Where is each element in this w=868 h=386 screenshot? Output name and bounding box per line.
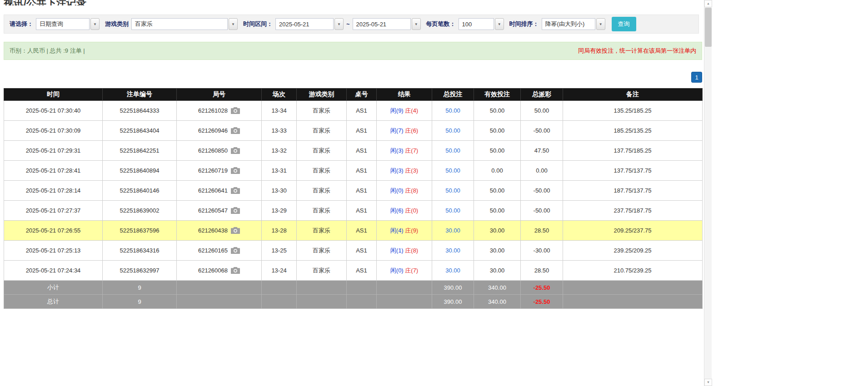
empty-cell [297, 295, 347, 309]
camera-icon[interactable] [231, 207, 240, 214]
pagination: 1 [4, 72, 702, 83]
cell-game-type: 百家乐 [297, 221, 347, 241]
page-size-label: 每页笔数： [426, 20, 456, 28]
cell-note: 209.25/237.75 [563, 221, 703, 241]
chevron-down-icon[interactable]: ▼ [90, 18, 100, 30]
chevron-down-icon[interactable]: ▼ [412, 18, 421, 30]
camera-icon[interactable] [231, 147, 240, 154]
subtotal-label: 小计 [4, 281, 103, 295]
cell-game-type: 百家乐 [297, 141, 347, 161]
camera-icon[interactable] [231, 127, 240, 134]
total-count: 9 [103, 295, 177, 309]
total-bet-link[interactable]: 50.00 [445, 187, 460, 194]
cell-valid-bet: 50.00 [474, 101, 521, 121]
cell-result: 闲(1) 庄(8) [377, 241, 432, 261]
cell-bet-id: 522518634316 [103, 241, 177, 261]
result-banker: 庄(6) [405, 127, 418, 134]
page-title-text: 视讯/公共下注记录 [4, 0, 86, 5]
cell-result: 闲(7) 庄(6) [377, 121, 432, 141]
scrollbar-thumb[interactable] [705, 8, 712, 47]
result-player: 闲(4) [390, 227, 404, 234]
total-bet-link[interactable]: 50.00 [445, 167, 460, 174]
cell-note: 237.75/187.75 [563, 201, 703, 221]
empty-cell [377, 281, 432, 295]
cell-table-no: AS1 [347, 141, 377, 161]
sort-input[interactable] [542, 18, 595, 30]
empty-cell [177, 281, 262, 295]
total-bet-link[interactable]: 30.00 [445, 247, 460, 254]
cell-session: 13-34 [262, 101, 297, 121]
camera-icon[interactable] [231, 247, 240, 254]
header-payout: 总派彩 [521, 89, 563, 101]
query-type-input[interactable] [36, 18, 90, 30]
cell-session: 13-33 [262, 121, 297, 141]
cell-total-bet: 30.00 [432, 241, 474, 261]
camera-icon[interactable] [231, 187, 240, 194]
cell-round: 621260068 [177, 261, 262, 281]
cell-payout: -50.00 [521, 121, 563, 141]
date-to-input[interactable] [353, 18, 411, 30]
subtotal-payout: -25.50 [521, 281, 563, 295]
cell-round: 621260850 [177, 141, 262, 161]
camera-icon[interactable] [231, 267, 240, 274]
scroll-up-icon[interactable]: ▲ [704, 0, 712, 7]
header-note: 备注 [563, 89, 703, 101]
chevron-down-icon[interactable]: ▼ [229, 18, 238, 30]
game-type-input[interactable] [131, 18, 228, 30]
chevron-down-icon[interactable]: ▼ [334, 18, 344, 30]
cell-game-type: 百家乐 [297, 161, 347, 181]
cell-session: 13-28 [262, 221, 297, 241]
cell-time: 2025-05-21 07:30:40 [4, 101, 103, 121]
header-time: 时间 [4, 89, 103, 101]
cell-bet-id: 522518640894 [103, 161, 177, 181]
records-tbody: 2025-05-21 07:30:40522518644333621261028… [4, 101, 703, 281]
cell-note: 137.75/137.75 [563, 161, 703, 181]
cell-game-type: 百家乐 [297, 201, 347, 221]
query-button[interactable]: 查询 [612, 17, 636, 31]
total-bet-link[interactable]: 30.00 [445, 267, 460, 274]
result-player: 闲(7) [390, 127, 404, 134]
cell-result: 闲(9) 庄(4) [377, 101, 432, 121]
table-footer: 小计 9 390.00 340.00 -25.50 总计 9 [4, 281, 703, 309]
cell-result: 闲(3) 庄(7) [377, 141, 432, 161]
camera-icon[interactable] [231, 167, 240, 174]
total-bet-link[interactable]: 30.00 [445, 227, 460, 234]
chevron-down-icon[interactable]: ▼ [596, 18, 605, 30]
cell-payout: -50.00 [521, 201, 563, 221]
record-row: 2025-05-21 07:29:31522518642251621260850… [4, 141, 703, 161]
total-bet-link[interactable]: 50.00 [445, 127, 460, 134]
header-total-bet: 总投注 [432, 89, 474, 101]
cell-table-no: AS1 [347, 101, 377, 121]
vertical-scrollbar[interactable]: ▲ ▼ [704, 0, 712, 386]
total-bet-link[interactable]: 50.00 [445, 107, 460, 114]
result-player: 闲(0) [390, 267, 404, 274]
cell-round: 621260719 [177, 161, 262, 181]
round-number: 621260068 [198, 267, 228, 274]
round-number: 621260946 [198, 127, 228, 134]
cell-note: 185.25/135.25 [563, 121, 703, 141]
total-bet-link[interactable]: 50.00 [445, 147, 460, 154]
page-button-1[interactable]: 1 [691, 72, 702, 83]
date-from-input[interactable] [275, 18, 334, 30]
chevron-down-icon[interactable]: ▼ [495, 18, 504, 30]
cell-session: 13-24 [262, 261, 297, 281]
total-bet-link[interactable]: 50.00 [445, 207, 460, 214]
result-banker: 庄(4) [405, 107, 418, 114]
empty-cell [262, 281, 297, 295]
empty-cell [563, 295, 703, 309]
cell-valid-bet: 30.00 [474, 261, 521, 281]
page-title: 视讯/公共下注记录 [4, 0, 702, 5]
camera-icon[interactable] [231, 227, 240, 234]
cell-game-type: 百家乐 [297, 261, 347, 281]
cell-round: 621260438 [177, 221, 262, 241]
round-number: 621260438 [198, 227, 228, 234]
cell-bet-id: 522518640146 [103, 181, 177, 201]
page-size-input[interactable] [459, 18, 494, 30]
record-row: 2025-05-21 07:30:40522518644333621261028… [4, 101, 703, 121]
cell-result: 闲(6) 庄(0) [377, 201, 432, 221]
cell-session: 13-29 [262, 201, 297, 221]
camera-icon[interactable] [231, 107, 240, 114]
records-table: 时间 注单编号 局号 场次 游戏类别 桌号 结果 总投注 有效投注 总派彩 备注… [4, 88, 703, 309]
scroll-down-icon[interactable]: ▼ [704, 379, 712, 386]
cell-payout: 47.50 [521, 141, 563, 161]
